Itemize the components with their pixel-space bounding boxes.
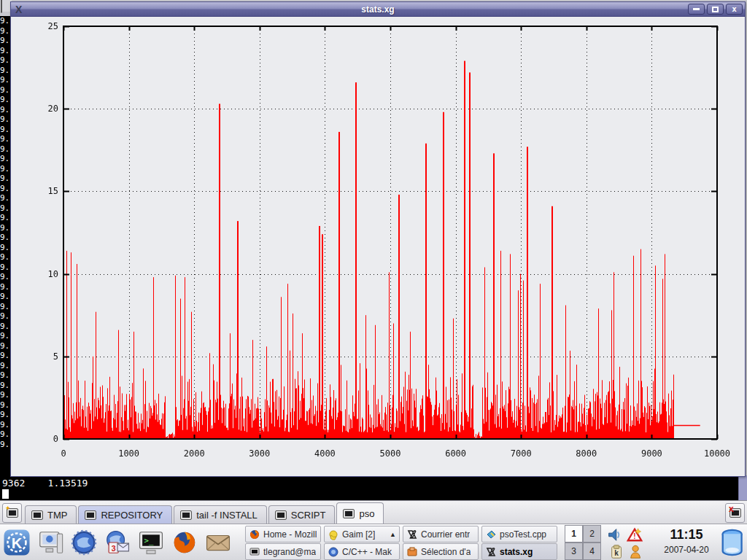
session-tab-script[interactable]: SCRIPT xyxy=(268,505,336,524)
task-button-psotest-cpp[interactable]: psoTest.cpp xyxy=(481,526,557,542)
tray-alert[interactable]: ! xyxy=(626,526,643,543)
terminal-line: 9. xyxy=(0,311,11,322)
task-button-courrier-entr[interactable]: Courrier entr xyxy=(403,526,479,542)
trash-applet[interactable] xyxy=(722,526,746,559)
minimize-button[interactable] xyxy=(688,4,705,15)
session-tabs: TMPREPOSITORYtail -f INSTALLSCRIPTpso xyxy=(25,501,385,524)
taskbar-buttons: Home - MozillGaim [2]▲Courrier entrpsoTe… xyxy=(245,525,560,560)
new-session-spark-icon: ✦ xyxy=(5,505,11,512)
xgraph-plot[interactable] xyxy=(12,18,744,476)
terminal-line: 9. xyxy=(0,302,11,312)
launcher-system[interactable] xyxy=(35,526,66,559)
svg-text:!: ! xyxy=(633,532,635,540)
pager-desktop-1[interactable]: 1 xyxy=(565,525,583,542)
terminal-line: 9. xyxy=(0,203,11,214)
terminal-status-line: 9362 1.13519 xyxy=(2,478,88,489)
konsole-tabbar: ✦ TMPREPOSITORYtail -f INSTALLSCRIPTpso … xyxy=(0,500,747,524)
alert-icon: ! xyxy=(627,526,643,542)
task-button-s-lection-d-a[interactable]: Sélection d'a xyxy=(403,543,479,560)
tray-user[interactable] xyxy=(627,543,645,560)
pager-desktop-3[interactable]: 3 xyxy=(565,542,583,560)
task-label: Home - Mozill xyxy=(263,529,317,540)
terminal-line: 9. xyxy=(0,213,11,223)
stats-window: X stats.xg x xyxy=(10,1,746,477)
user-icon xyxy=(628,544,644,560)
konqueror-icon xyxy=(70,529,98,556)
terminal-tab-icon xyxy=(180,510,192,520)
close-session-button[interactable]: x xyxy=(725,503,745,523)
session-tab-tail-f-install[interactable]: tail -f INSTALL xyxy=(174,505,267,524)
clock-applet[interactable]: 11:15 2007-04-20 xyxy=(651,526,721,559)
terminal-line: 9. xyxy=(0,105,11,115)
terminal-cursor xyxy=(2,489,9,499)
tab-label: pso xyxy=(359,508,374,519)
terminal-line: 9. xyxy=(0,400,11,411)
terminal-line: 9. xyxy=(0,154,11,164)
close-icon: x xyxy=(732,6,737,12)
panel-launchers: K3>_ xyxy=(1,526,233,559)
terminal-line: 9. xyxy=(0,193,11,203)
titlebar[interactable]: X stats.xg x xyxy=(11,2,745,17)
terminal-line: 9. xyxy=(0,420,11,430)
launcher-kmenu[interactable]: K xyxy=(1,526,32,559)
launcher-kontact[interactable]: 3 xyxy=(102,526,133,559)
clock-date: 2007-04-20 xyxy=(651,543,721,556)
maximize-button[interactable] xyxy=(707,4,724,15)
pager-desktop-2[interactable]: 2 xyxy=(583,525,601,542)
launcher-konsole[interactable]: >_ xyxy=(136,526,166,559)
terminal-line: 9. xyxy=(0,66,11,76)
tray-volume[interactable] xyxy=(605,526,623,543)
launcher-firefox[interactable] xyxy=(169,526,200,559)
tray-klipper[interactable]: k xyxy=(608,543,626,560)
terminal-tab-icon xyxy=(343,509,355,518)
task-button-gaim-2-[interactable]: Gaim [2]▲ xyxy=(324,526,400,542)
kicker-panel: K3>_ Home - MozillGaim [2]▲Courrier entr… xyxy=(0,524,747,560)
kmail-icon xyxy=(204,529,232,556)
terminal-line: 9. xyxy=(0,223,11,233)
launcher-kmail[interactable] xyxy=(203,526,233,559)
task-label: C/C++ - Mak xyxy=(342,547,392,557)
task-label: Courrier entr xyxy=(421,529,470,540)
session-tab-repository[interactable]: REPOSITORY xyxy=(78,505,172,524)
shade-indicator-icon: ▲ xyxy=(390,531,396,538)
clock-time: 11:15 xyxy=(651,526,721,543)
terminal-line: 9. xyxy=(0,390,11,400)
terminal-line: 9. xyxy=(0,370,11,381)
ark-icon xyxy=(406,546,418,558)
task-label: tlegrand@ma xyxy=(263,547,316,557)
terminal-line: 9. xyxy=(0,262,11,273)
svg-text:3: 3 xyxy=(112,544,116,553)
terminal-line: 9. xyxy=(0,125,11,135)
kate-icon xyxy=(485,529,497,540)
launcher-konqueror[interactable] xyxy=(69,526,99,559)
close-button[interactable]: x xyxy=(726,4,743,15)
terminal-tab-icon xyxy=(31,510,43,520)
terminal-line: 9. xyxy=(0,26,11,36)
svg-text:>_: >_ xyxy=(144,536,154,545)
x-app-icon xyxy=(485,546,497,558)
desktop-pager: 1234 xyxy=(565,525,601,560)
session-tab-pso[interactable]: pso xyxy=(336,502,384,524)
pager-desktop-4[interactable]: 4 xyxy=(583,542,601,560)
new-session-button[interactable]: ✦ xyxy=(2,503,22,523)
terminal-line: 9. xyxy=(0,233,11,243)
terminal-line: 9. xyxy=(0,75,11,85)
task-button-tlegrand-ma[interactable]: tlegrand@ma xyxy=(245,543,321,560)
terminal-line: 9. xyxy=(0,292,11,302)
session-tab-tmp[interactable]: TMP xyxy=(25,505,77,524)
terminal-line: 9. xyxy=(0,361,11,371)
task-button-c-c-mak[interactable]: C/C++ - Mak xyxy=(324,543,400,560)
terminal-tab-icon xyxy=(85,510,96,520)
task-label: Gaim [2] xyxy=(342,529,375,540)
task-button-home-mozill[interactable]: Home - Mozill xyxy=(245,526,321,542)
terminal-line: 9. xyxy=(0,282,11,292)
task-label: Sélection d'a xyxy=(421,547,471,557)
window-title: stats.xg xyxy=(11,4,745,15)
task-button-stats-xg[interactable]: stats.xg xyxy=(481,543,557,560)
terminal-line: 9. xyxy=(0,381,11,391)
terminal-line: 9. xyxy=(0,243,11,253)
terminal-line: 9. xyxy=(0,95,11,105)
terminal-left-strip: 9.9.9.9.9.9.9.9.9.9.9.9.9.9.9.9.9.9.9.9.… xyxy=(0,16,11,475)
terminal-scrollbar[interactable] xyxy=(738,475,747,500)
firefox-icon xyxy=(249,529,260,540)
